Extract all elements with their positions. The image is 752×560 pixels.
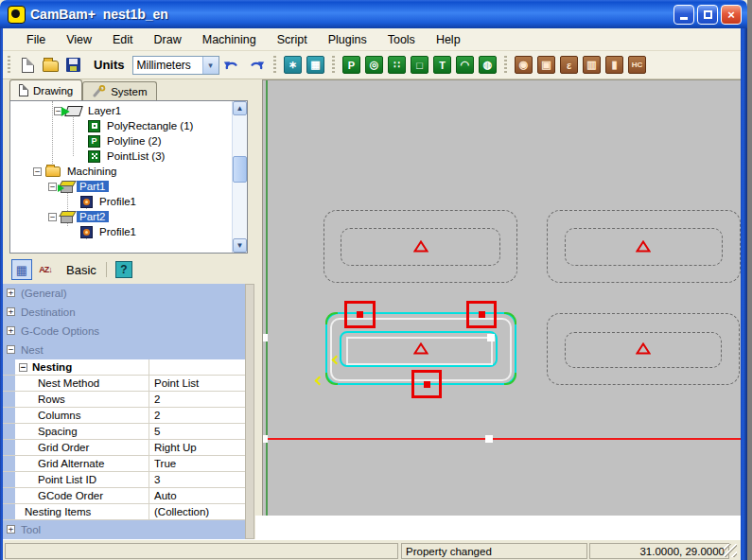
mop-profile-button[interactable]: ◉ <box>514 55 534 76</box>
menu-help[interactable]: Help <box>426 30 471 49</box>
property-row-point-list-id[interactable]: Point List ID 3 <box>3 472 254 488</box>
pointlist-point[interactable] <box>487 334 495 341</box>
category-gcode-options[interactable]: + G-Code Options <box>3 322 254 341</box>
resize-grip[interactable] <box>724 544 737 557</box>
units-combobox[interactable]: Millimeters ▾ <box>132 56 219 75</box>
toolbar-grip[interactable] <box>273 56 276 75</box>
expand-box[interactable]: + <box>7 289 15 297</box>
property-value[interactable]: Right Up <box>149 440 254 455</box>
property-row-grid-order[interactable]: Grid Order Right Up <box>3 440 254 456</box>
tree-item-part1[interactable]: − Part1 <box>10 179 109 194</box>
collapse-box[interactable]: − <box>33 167 42 176</box>
point-frame[interactable] <box>466 301 497 328</box>
tab-system[interactable]: System <box>82 81 156 100</box>
pointlist-point[interactable] <box>485 435 493 443</box>
expand-box[interactable]: + <box>7 525 15 534</box>
alphabetical-sort-button[interactable]: AZ↓ <box>35 259 56 280</box>
save-file-button[interactable] <box>62 55 83 76</box>
property-value[interactable]: True <box>149 456 254 471</box>
mop-lathe-button[interactable]: ▮ <box>604 55 625 76</box>
tree-item-profile2[interactable]: Profile1 <box>10 224 139 239</box>
draw-circle-button[interactable]: ◎ <box>364 55 385 76</box>
draw-polyline-button[interactable]: P <box>341 55 362 76</box>
expand-box[interactable]: + <box>7 307 15 316</box>
collapse-box[interactable]: − <box>48 183 57 191</box>
tree-item-label[interactable]: Part1 <box>77 181 109 192</box>
collapse-box[interactable]: − <box>48 213 57 221</box>
tree-item-part2[interactable]: − Part2 <box>10 209 109 224</box>
collapse-box[interactable]: − <box>19 363 27 372</box>
draw-text-button[interactable]: T <box>432 55 453 76</box>
menu-draw[interactable]: Draw <box>144 30 192 49</box>
tree-item-layer1[interactable]: − Layer1 <box>10 103 124 118</box>
mop-engrave-button[interactable]: ε <box>559 55 580 76</box>
point-frame[interactable] <box>344 301 376 328</box>
tree-item-polyline[interactable]: P Polyline (2) <box>10 133 165 149</box>
menu-plugins[interactable]: Plugins <box>318 30 377 49</box>
view-mode-label[interactable]: Basic <box>66 263 96 277</box>
toolbar-grip[interactable] <box>8 56 10 75</box>
menu-view[interactable]: View <box>56 30 102 49</box>
property-value[interactable]: Point List <box>149 376 254 391</box>
toolbar-grip[interactable] <box>504 56 507 75</box>
help-button[interactable]: ? <box>115 261 132 278</box>
property-value[interactable]: 2 <box>149 408 254 423</box>
scrollbar-thumb[interactable] <box>233 156 247 183</box>
toolbar-grip[interactable] <box>332 56 335 75</box>
property-value[interactable]: 5 <box>149 424 254 439</box>
property-row-nesting-items[interactable]: Nesting Items (Collection) <box>3 504 254 520</box>
maximize-button[interactable] <box>697 5 718 25</box>
tree-item-label[interactable]: PolyRectangle (1) <box>104 120 196 131</box>
tree-item-machining[interactable]: − Machining <box>10 164 119 179</box>
property-row-rows[interactable]: Rows 2 <box>3 392 254 408</box>
tree-item-label[interactable]: Layer1 <box>85 105 124 116</box>
mop-drill-button[interactable]: ▥ <box>582 55 603 76</box>
titlebar[interactable]: CamBam+ nest1b_en × <box>0 0 747 28</box>
categorized-view-button[interactable]: ▦ <box>11 259 32 280</box>
property-row-nest-method[interactable]: Nest Method Point List <box>3 376 254 392</box>
scroll-down-icon[interactable]: ▼ <box>233 238 247 253</box>
property-value[interactable]: Auto <box>149 488 254 503</box>
property-value[interactable]: 3 <box>149 472 254 487</box>
expand-box[interactable]: − <box>7 345 15 354</box>
chevron-down-icon[interactable]: ▾ <box>202 57 219 74</box>
tree-item-pointlist[interactable]: PointList (3) <box>10 149 167 164</box>
grid-toggle-button[interactable]: ▦ <box>306 55 326 76</box>
close-button[interactable]: × <box>721 5 742 25</box>
redo-button[interactable] <box>246 55 267 76</box>
tree-item-profile1[interactable]: Profile1 <box>10 194 139 209</box>
tree-item-label[interactable]: Part2 <box>77 211 109 222</box>
mop-heightcut-button[interactable]: HC <box>627 55 648 76</box>
menu-edit[interactable]: Edit <box>102 30 144 49</box>
minimize-button[interactable] <box>673 5 694 25</box>
property-row-spacing[interactable]: Spacing 5 <box>3 424 254 440</box>
scroll-up-icon[interactable]: ▲ <box>233 101 247 115</box>
property-value[interactable]: 2 <box>149 392 254 407</box>
draw-surface-button[interactable]: ◍ <box>478 55 498 76</box>
undo-button[interactable] <box>221 55 242 76</box>
property-row-grid-alternate[interactable]: Grid Alternate True <box>3 456 254 472</box>
tree-item-label[interactable]: PointList (3) <box>104 150 167 162</box>
property-value[interactable]: (Collection) <box>149 504 254 519</box>
draw-arc-button[interactable]: ◠ <box>455 55 476 76</box>
draw-rectangle-button[interactable]: □ <box>410 55 430 76</box>
new-file-button[interactable] <box>17 55 38 76</box>
property-scrollbar[interactable] <box>245 284 254 539</box>
drawing-canvas[interactable] <box>262 79 741 516</box>
pointlist-point[interactable] <box>262 334 268 341</box>
point-frame[interactable] <box>411 370 442 398</box>
expand-box[interactable]: + <box>7 326 15 335</box>
tab-drawing[interactable]: Drawing <box>9 79 82 100</box>
tree-item-polyrectangle[interactable]: PolyRectangle (1) <box>10 118 196 133</box>
category-destination[interactable]: + Destination <box>3 303 254 322</box>
tree-item-label[interactable]: Machining <box>64 166 119 177</box>
category-tool[interactable]: + Tool <box>3 520 254 539</box>
draw-pointlist-button[interactable]: ∷ <box>387 55 408 76</box>
menu-file[interactable]: File <box>16 30 56 49</box>
open-file-button[interactable] <box>40 55 61 76</box>
category-nest[interactable]: − Nest <box>3 341 254 359</box>
tree-item-label[interactable]: Polyline (2) <box>104 135 165 147</box>
menu-tools[interactable]: Tools <box>377 30 426 49</box>
snap-points-button[interactable]: ∗ <box>283 55 304 76</box>
property-row-columns[interactable]: Columns 2 <box>3 408 254 424</box>
